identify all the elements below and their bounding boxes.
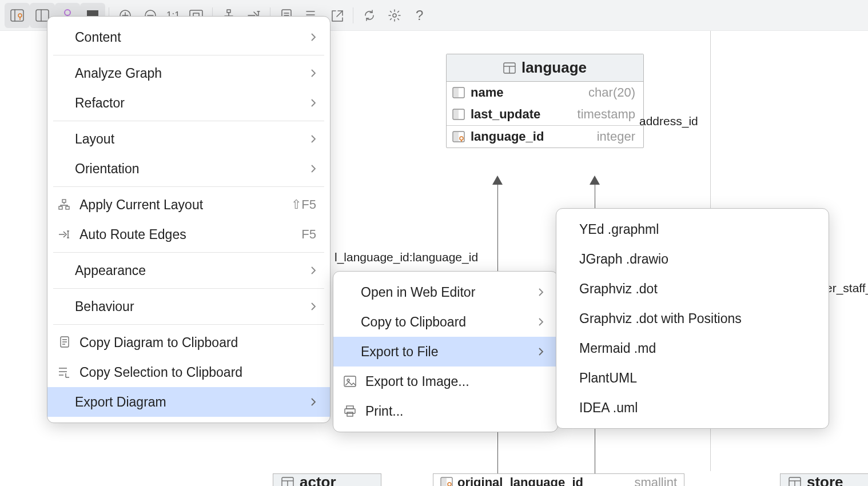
column-row[interactable]: name char(20) xyxy=(447,82,643,103)
chevron-right-icon xyxy=(538,347,544,356)
settings-icon[interactable] xyxy=(382,3,407,28)
tree-icon xyxy=(55,196,73,213)
copy-icon xyxy=(55,334,73,351)
menu-item-analyze[interactable]: Analyze Graph xyxy=(47,58,330,88)
chevron-right-icon xyxy=(310,98,316,107)
pk-column-icon xyxy=(452,131,465,142)
menu-item-yed[interactable]: YEd .graphml xyxy=(556,214,829,244)
svg-rect-47 xyxy=(441,478,447,487)
chevron-right-icon xyxy=(310,134,316,144)
column-row-pk[interactable]: language_id integer xyxy=(447,125,643,148)
chevron-right-icon xyxy=(538,317,544,326)
menu-item-route-edges[interactable]: Auto Route Edges F5 xyxy=(47,220,330,249)
svg-point-48 xyxy=(448,483,451,486)
shortcut: ⇧F5 xyxy=(291,197,316,212)
entity-film-column[interactable]: original_language_id smallint xyxy=(433,473,684,486)
entity-store[interactable]: store xyxy=(780,473,868,486)
context-menu: Content Analyze Graph Refactor Layout Or… xyxy=(47,16,331,423)
entity-title: actor xyxy=(300,473,336,486)
chevron-right-icon xyxy=(310,266,316,275)
menu-item-print[interactable]: Print... xyxy=(333,396,558,426)
menu-item-content[interactable]: Content xyxy=(47,22,330,52)
menu-separator xyxy=(53,252,324,253)
menu-item-jgraph[interactable]: JGraph .drawio xyxy=(556,244,829,274)
svg-rect-63 xyxy=(347,406,353,409)
copy-selection-icon xyxy=(55,364,73,381)
refresh-icon[interactable] xyxy=(357,3,382,28)
column-name: last_update xyxy=(471,107,540,122)
svg-rect-33 xyxy=(453,88,459,97)
export-submenu: Open in Web Editor Copy to Clipboard Exp… xyxy=(333,271,558,432)
menu-item-graphviz-dot[interactable]: Graphviz .dot xyxy=(556,274,829,304)
column-type: integer xyxy=(597,129,635,144)
column-name: language_id xyxy=(471,129,544,144)
svg-point-2 xyxy=(18,14,22,17)
chevron-right-icon xyxy=(310,164,316,173)
menu-separator xyxy=(53,55,324,55)
menu-separator xyxy=(53,121,324,121)
table-icon xyxy=(503,62,516,74)
menu-item-refactor[interactable]: Refactor xyxy=(47,88,330,118)
svg-point-28 xyxy=(393,14,396,17)
menu-item-graphviz-pos[interactable]: Graphviz .dot with Positions xyxy=(556,304,829,333)
fk-label-staff: er_staff_ xyxy=(826,281,868,295)
arrow-icon xyxy=(590,176,600,185)
menu-separator xyxy=(53,324,324,325)
menu-item-export-file[interactable]: Export to File xyxy=(333,337,558,367)
column-type: smallint xyxy=(634,475,677,487)
chevron-right-icon xyxy=(310,33,316,42)
menu-separator xyxy=(53,186,324,187)
entity-actor[interactable]: actor xyxy=(273,473,381,486)
menu-item-export-image[interactable]: Export to Image... xyxy=(333,367,558,396)
entity-header: language xyxy=(447,54,643,82)
svg-rect-51 xyxy=(66,206,69,209)
column-icon xyxy=(452,109,465,120)
menu-item-export-diagram[interactable]: Export Diagram xyxy=(47,387,330,417)
svg-rect-64 xyxy=(345,409,355,413)
chevron-right-icon xyxy=(310,397,316,407)
menu-item-copy-clipboard[interactable]: Copy to Clipboard xyxy=(333,307,558,337)
chevron-right-icon xyxy=(310,302,316,311)
menu-item-appearance[interactable]: Appearance xyxy=(47,256,330,285)
svg-rect-37 xyxy=(453,132,459,141)
separator xyxy=(353,7,353,23)
entity-language[interactable]: language name char(20) last_update times… xyxy=(446,54,644,148)
fk-label-address: address_id xyxy=(639,114,698,128)
menu-item-behaviour[interactable]: Behaviour xyxy=(47,292,330,321)
svg-rect-49 xyxy=(62,200,66,202)
arrow-icon xyxy=(492,176,503,185)
toggle-panel-left-icon[interactable] xyxy=(5,3,30,28)
column-type: char(20) xyxy=(588,85,635,100)
menu-item-layout[interactable]: Layout xyxy=(47,124,330,154)
help-icon[interactable]: ? xyxy=(407,3,432,28)
column-row[interactable]: last_update timestamp xyxy=(447,103,643,125)
menu-item-mermaid[interactable]: Mermaid .md xyxy=(556,333,829,363)
column-icon xyxy=(452,87,465,98)
menu-item-open-web[interactable]: Open in Web Editor xyxy=(333,277,558,307)
fk-column-icon xyxy=(440,477,453,487)
column-name: original_language_id xyxy=(457,475,583,487)
column-name: name xyxy=(471,85,503,100)
svg-rect-4 xyxy=(36,10,49,21)
chevron-right-icon xyxy=(538,288,544,297)
shortcut: F5 xyxy=(301,227,316,242)
menu-separator xyxy=(53,288,324,289)
menu-item-apply-layout[interactable]: Apply Current Layout ⇧F5 xyxy=(47,190,330,220)
menu-item-idea-uml[interactable]: IDEA .uml xyxy=(556,393,829,423)
chevron-right-icon xyxy=(310,69,316,78)
print-icon xyxy=(341,403,359,420)
svg-rect-50 xyxy=(59,206,62,209)
menu-item-copy-diagram[interactable]: Copy Diagram to Clipboard xyxy=(47,328,330,357)
entity-title: language xyxy=(521,59,587,77)
menu-item-plantuml[interactable]: PlantUML xyxy=(556,363,829,393)
fk-label: l_language_id:language_id xyxy=(335,250,478,264)
svg-rect-35 xyxy=(453,110,459,119)
menu-item-copy-selection[interactable]: Copy Selection to Clipboard xyxy=(47,357,330,387)
table-icon xyxy=(281,477,294,487)
menu-item-orientation[interactable]: Orientation xyxy=(47,154,330,184)
route-icon xyxy=(55,226,73,243)
svg-point-6 xyxy=(65,10,70,15)
image-icon xyxy=(341,373,359,390)
svg-point-38 xyxy=(460,137,463,140)
export-file-submenu: YEd .graphml JGraph .drawio Graphviz .do… xyxy=(556,208,829,429)
